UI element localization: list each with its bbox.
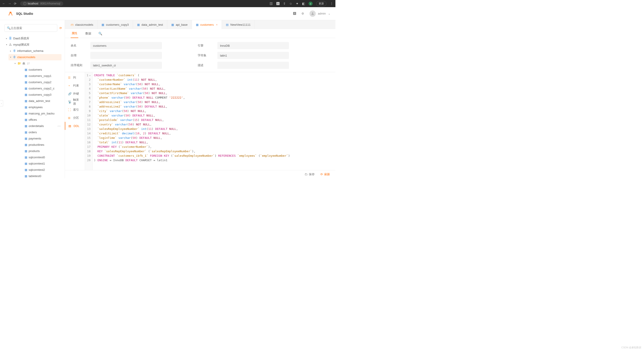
vtab-分区[interactable]: ⊞分区 (65, 114, 85, 122)
save-button[interactable]: 🗀保存 (304, 172, 314, 176)
search-input[interactable] (10, 26, 55, 30)
table-icon: ▦ (24, 167, 27, 173)
code-area[interactable]: CREATE TABLE `customers` ( `customerNumb… (92, 72, 290, 170)
browser-bar: ← → ⟳ i localhost:8081/#/home/sql ⚿ 🅰 ⇪ … (0, 0, 336, 7)
vtab-索引[interactable]: ⛶索引 (65, 106, 85, 114)
table-icon: ▦ (24, 173, 27, 178)
app-topbar: SQL Studio 🅰 ⚙ admin ⌄ (0, 7, 336, 20)
server-icon: 🗄 (9, 36, 12, 41)
vtab-约束[interactable]: ⚬约束 (65, 82, 85, 90)
input-engine[interactable] (217, 42, 289, 49)
update-button[interactable]: 更新 (316, 1, 326, 6)
subtab-attributes[interactable]: 属性 (71, 29, 78, 38)
vtab-DDL[interactable]: ▤DDL (65, 122, 85, 130)
tree-table-item[interactable]: ▦sqlconntest2⋯ (24, 167, 62, 173)
profile-avatar[interactable]: z (308, 2, 312, 6)
close-icon[interactable]: × (216, 23, 218, 26)
app-title: SQL Studio (16, 12, 33, 16)
vtab-外键[interactable]: 🔗外键 (65, 90, 85, 98)
label-engine: 引擎 (198, 44, 217, 48)
translate-icon[interactable]: 🅰 (276, 2, 280, 5)
tree-table-item[interactable]: ▦productlines⋯ (24, 142, 62, 148)
tree-node-mysql[interactable]: ▾🖧mysql测试库 (4, 42, 62, 48)
view-icon: ▤ (226, 23, 229, 26)
tree-table-item[interactable]: ▦offices⋯ (24, 117, 62, 123)
table-icon: ▦ (24, 136, 27, 142)
tree-table-item[interactable]: ▦customers_copy3⋯ (24, 92, 62, 98)
tree-table-item[interactable]: ▦payments⋯ (24, 136, 62, 142)
table-icon: ▦ (24, 161, 27, 166)
ddl-editor[interactable]: 1▾234567891011121314151617181920 CREATE … (85, 72, 336, 170)
expand-icon[interactable]: ▸ (5, 36, 8, 41)
refresh-button[interactable]: ⟳刷新 (320, 172, 330, 176)
label-desc: 描述 (198, 63, 217, 67)
tab-NewView11111[interactable]: ▤NewView11111 (222, 20, 255, 29)
tree-table-item[interactable]: ▦data_admin_test⋯ (24, 98, 62, 104)
tree-table-item[interactable]: ▦maicong_ym_backu⋯ (24, 110, 62, 117)
vtab-icon: 🔗 (68, 92, 71, 96)
forward-icon[interactable]: → (8, 2, 11, 5)
share-icon[interactable]: ⇪ (283, 2, 286, 5)
input-desc[interactable] (217, 62, 289, 69)
tree-table-item[interactable]: ▦customers_copy1⋯ (24, 73, 62, 79)
tree-table-item[interactable]: ▦employees⋯ (24, 104, 62, 110)
browser-actions: ⚿ 🅰 ⇪ ☆ ✦ ◧ z 更新 ⋮ (270, 1, 333, 6)
url-host: localhost (28, 2, 38, 5)
sidebar-collapse[interactable]: ‹ (0, 100, 3, 106)
more-icon[interactable]: ⋯ (58, 123, 60, 129)
address-bar[interactable]: i localhost:8081/#/home/sql (20, 1, 63, 6)
username: admin (318, 12, 326, 15)
key-icon[interactable]: ⚿ (270, 2, 273, 5)
tree-table-item[interactable]: ▦customers_copy2⋯ (24, 79, 62, 86)
tree-node-classicmodels[interactable]: ▾🛢classicmodels (8, 54, 62, 60)
tree-table-item[interactable]: ▦sqlconntest0⋯ (24, 154, 62, 160)
tree-refresh-icon[interactable]: ⟳ (60, 26, 62, 30)
collapse-icon[interactable]: ▾ (5, 42, 8, 48)
tree-table-item[interactable]: ▦products⋯ (24, 148, 62, 154)
tree-table-item[interactable]: ▦orders⋯ (24, 129, 62, 136)
input-charset[interactable] (217, 52, 289, 59)
table-icon: ▦ (24, 92, 27, 98)
tree-node-info-schema[interactable]: ▸🛢information_schema (8, 48, 62, 54)
input-table-name[interactable] (90, 42, 162, 49)
star-icon[interactable]: ☆ (289, 2, 292, 5)
subtab-search-icon[interactable]: 🔍 (98, 32, 102, 35)
menu-icon[interactable]: ⋮ (330, 2, 333, 5)
expand-icon[interactable]: ▸ (10, 48, 12, 54)
tree-table-item[interactable]: ▦customers⋯ (24, 66, 62, 73)
tree-node-tables[interactable]: ▾📁表27 (13, 60, 62, 66)
collapse-icon[interactable]: ▾ (14, 60, 16, 66)
tab-customers[interactable]: ▦customers× (192, 20, 222, 29)
tree-table-item[interactable]: ▦orderdetails⋯ (24, 123, 62, 129)
user-menu[interactable]: admin ⌄ (310, 10, 330, 17)
back-icon[interactable]: ← (2, 2, 5, 5)
content-area: 🗃classicmodels▦customers_copy3▦data_admi… (65, 20, 336, 178)
tab-api_base[interactable]: ▦api_base (167, 20, 192, 29)
subtab-data[interactable]: 数据 (84, 29, 92, 38)
vtab-icon: ☰ (68, 76, 71, 79)
tab-data_admin_test[interactable]: ▦data_admin_test (133, 20, 167, 29)
tab-classicmodels[interactable]: 🗃classicmodels (67, 20, 98, 29)
reload-icon[interactable]: ⟳ (14, 2, 16, 5)
server-icon: 🖧 (9, 42, 12, 48)
vtab-列[interactable]: ☰列 (65, 74, 85, 82)
tree-search[interactable]: 🔍 (4, 24, 57, 32)
tab-customers_copy3[interactable]: ▦customers_copy3 (98, 20, 133, 29)
tree-table-item[interactable]: ▦customers_copy2_c⋯ (24, 86, 62, 92)
folder-icon: 📁 (18, 60, 21, 66)
input-collation[interactable] (90, 62, 162, 69)
collapse-icon[interactable]: ▾ (10, 54, 12, 60)
tree-table-item[interactable]: ▦sqlconntest1⋯ (24, 160, 62, 167)
panel-icon[interactable]: ◧ (302, 2, 305, 5)
db-icon: 🗃 (71, 23, 74, 26)
tree-node-daas[interactable]: ▸🗄DaaS系统库 (4, 35, 62, 42)
lang-icon[interactable]: 🅰 (293, 12, 296, 15)
site-info-icon[interactable]: i (23, 2, 26, 5)
settings-icon[interactable]: ⚙ (302, 12, 304, 15)
db-tree: ▸🗄DaaS系统库 ▾🖧mysql测试库 ▸🛢information_schem… (4, 35, 63, 178)
sidebar: 🔍 ⟳ ▸🗄DaaS系统库 ▾🖧mysql测试库 ▸🛢information_s… (0, 20, 65, 178)
vtab-触发器[interactable]: 📡触发器 (65, 98, 85, 106)
tree-table-item[interactable]: ▦tabletest0⋯ (24, 173, 62, 178)
extensions-icon[interactable]: ✦ (296, 2, 298, 5)
input-auto[interactable] (90, 52, 162, 59)
